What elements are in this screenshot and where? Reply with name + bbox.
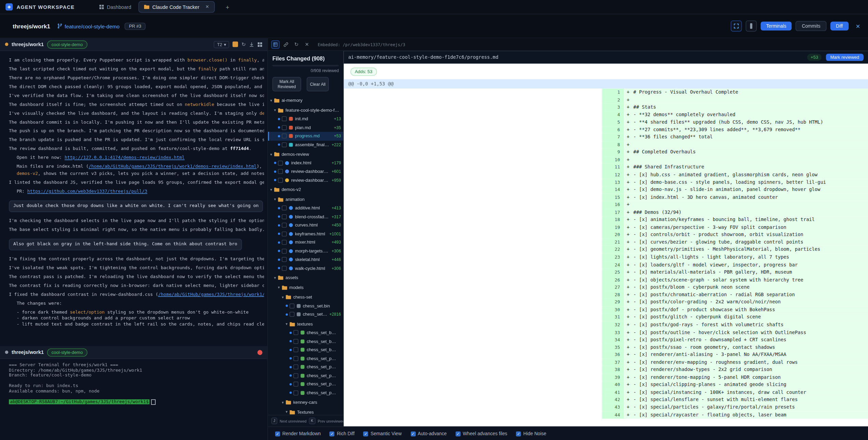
tab-claude-code-tracker[interactable]: Claude Code Tracker✕ [138,1,214,13]
tree-folder-row[interactable]: ▾assets [268,274,343,282]
expand-button[interactable] [731,20,742,31]
inline-link[interactable]: https://github.com/web3dev1337/threejs/p… [27,189,147,194]
review-checkbox[interactable] [293,390,298,396]
panel-toggle-button[interactable] [746,20,757,31]
chevron-down-icon[interactable]: ▾ [282,295,284,300]
review-checkbox[interactable] [282,206,287,211]
review-checkbox[interactable] [293,330,298,335]
tree-folder-row[interactable]: ▾chess-set [268,293,343,302]
tree-file-row[interactable]: skeletal.html+446 [268,255,343,264]
chevron-down-icon[interactable]: ▾ [270,188,272,192]
chevron-down-icon[interactable]: ▾ [274,276,276,280]
inline-link[interactable]: http://127.0.0.1:4174/demos-review/index… [65,155,184,160]
tree-file-row[interactable]: review-dashboard.css+601 [268,167,343,176]
option-render-markdown[interactable]: ✓Render Markdown [275,431,321,436]
tree-file-row[interactable]: mixer.html+493 [268,238,343,247]
tree-file-row[interactable]: keyframes.html+1001 [268,230,343,238]
diff-body[interactable]: Adds: 53 @@ -0,0 +1,53 @@ 1+# Progress -… [344,64,868,426]
split-grid-icon[interactable] [257,42,263,47]
tree-file-row[interactable]: index.html+179 [268,159,343,167]
review-checkbox[interactable] [278,169,283,174]
review-checkbox[interactable] [282,214,287,219]
review-checkbox[interactable] [282,223,287,228]
tree-folder-row[interactable]: ▾kenney-cars [268,398,343,407]
tree-file-row[interactable]: chess_set_p… [268,354,343,363]
tree-file-row[interactable]: curves.html+450 [268,221,343,230]
commits-button[interactable]: Commits [796,21,826,31]
close-diff-icon[interactable]: ✕ [303,40,311,49]
review-checkbox[interactable] [282,240,287,245]
tree-file-row[interactable]: chess_set…+2816 [268,310,343,319]
review-checkbox[interactable] [278,161,283,166]
tree-file-row[interactable]: plan.md+35 [268,123,343,132]
review-checkbox[interactable] [282,257,287,262]
tree-file-row[interactable]: chess_set.bin [268,302,343,310]
chevron-down-icon[interactable]: ▾ [282,400,284,405]
tree-folder-row[interactable]: ▾feature-cool-style-demo-f1de7c6 [268,106,343,114]
chevron-down-icon[interactable]: ▾ [286,322,288,326]
review-checkbox[interactable] [290,312,295,317]
server-terminal[interactable]: === Server Terminal for threejs/work1 ==… [0,359,267,440]
new-tab-button[interactable]: + [222,4,233,10]
tree-folder-row[interactable]: ▾Textures [268,408,343,415]
review-checkbox[interactable] [293,339,298,344]
review-checkbox[interactable] [282,142,287,147]
chat-log[interactable]: I am closing them properly. Every Puppet… [0,51,267,346]
tree-file-row[interactable]: chess_set_b… [268,328,343,337]
diff-button[interactable]: Diff [830,22,849,30]
tree-file-row[interactable]: additive.html+413 [268,204,343,212]
tree-folder-row[interactable]: ▾models [268,283,343,292]
review-checkbox[interactable] [293,373,298,378]
tree-folder-row[interactable]: ▾demos-review [268,150,343,159]
terminals-button[interactable]: Terminals [761,22,792,30]
review-checkbox[interactable] [293,356,298,361]
tree-folder-row[interactable]: ▾textures [268,320,343,328]
tree-file-row[interactable]: chess_set_p… [268,371,343,380]
table-view-icon[interactable] [271,40,279,49]
review-checkbox[interactable] [282,125,287,130]
review-checkbox[interactable] [293,347,298,353]
tree-file-row[interactable]: chess_set_b… [268,337,343,346]
checkbox-icon[interactable]: ✓ [456,431,461,436]
record-indicator-icon[interactable] [257,350,263,355]
option-hide-noise[interactable]: ✓Hide Noise [516,431,546,436]
tree-file-row[interactable]: assemble_final_vi…+222 [268,140,343,149]
clear-all-button[interactable]: Clear All [307,77,329,91]
chevron-down-icon[interactable]: ▾ [270,98,272,103]
inline-link[interactable]: /home/ab/GitHub/games/3JS/threejs/work1/… [158,292,264,297]
tree-file-row[interactable]: progress.md+53 [268,132,343,140]
chevron-down-icon[interactable]: ▾ [278,285,280,290]
review-checkbox[interactable] [282,134,287,139]
review-checkbox[interactable] [282,266,287,271]
pr-badge[interactable]: PR #3 [125,23,146,30]
checkbox-icon[interactable]: ✓ [410,431,416,436]
review-checkbox[interactable] [282,249,287,254]
option-auto-advance[interactable]: ✓Auto-advance [410,431,447,436]
inline-link[interactable]: /home/ab/GitHub/games/3JS/threejs/work1/… [88,164,256,169]
option-semantic-view[interactable]: ✓Semantic View [363,431,402,436]
option-rich-diff[interactable]: ✓Rich Diff [330,431,354,436]
mark-all-reviewed-button[interactable]: Mark All Reviewed [272,77,301,91]
tree-file-row[interactable]: walk-cycle.html+306 [268,264,343,273]
mark-reviewed-button[interactable]: Mark reviewed [826,53,864,60]
close-workspace-icon[interactable]: ✕ [856,23,860,29]
chevron-down-icon[interactable]: ▾ [286,410,288,414]
tree-file-row[interactable]: chess_set_p… [268,380,343,388]
tree-file-row[interactable]: morph-targets.html+306 [268,247,343,255]
review-checkbox[interactable] [278,178,283,183]
chevron-down-icon[interactable]: ▾ [274,197,276,202]
tree-folder-row[interactable]: ▾demos-v2 [268,185,343,194]
refresh-icon[interactable]: ↻ [242,42,246,47]
tab-dashboard[interactable]: Dashboard [94,2,136,12]
tree-folder-row[interactable]: ▾animation [268,195,343,204]
tree-file-row[interactable]: chess_set_p… [268,388,343,397]
reload-icon[interactable]: ↻ [292,40,300,49]
checkbox-icon[interactable]: ✓ [363,431,368,436]
tree-file-row[interactable]: chess_set_p… [268,363,343,371]
review-checkbox[interactable] [282,231,287,236]
tree-folder-row[interactable]: ▾ai-memory [268,96,343,105]
tree-file-row[interactable]: review-dashboard.js+959 [268,176,343,184]
terminal-select[interactable]: T2 ▾ [214,41,229,48]
theme-button[interactable] [233,42,238,47]
review-checkbox[interactable] [293,382,298,387]
